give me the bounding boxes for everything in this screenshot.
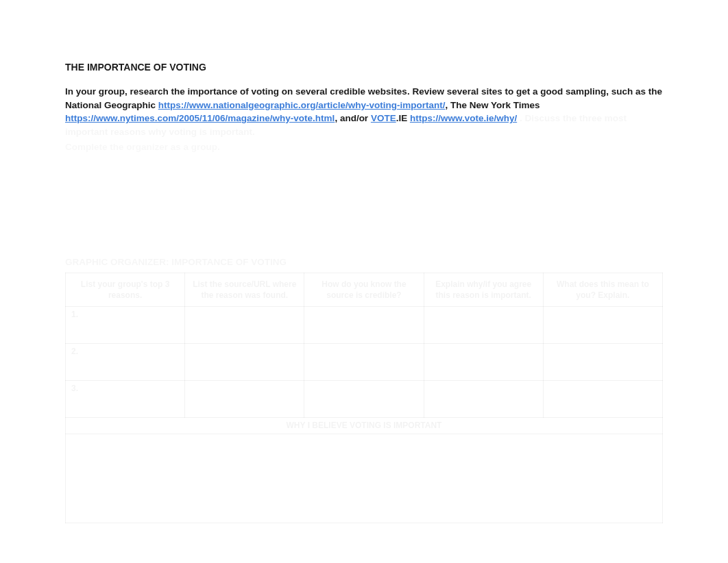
th-agree: Explain why/if you agree this reason is … xyxy=(424,273,543,306)
th-credible: How do you know the source is credible? xyxy=(304,273,424,306)
table-row: 3. xyxy=(66,381,663,418)
footer-heading-cell: WHY I BELIEVE VOTING IS IMPORTANT xyxy=(66,418,663,434)
th-reasons: List your group's top 3 reasons. xyxy=(66,273,185,306)
link-vote-ie[interactable]: https://www.vote.ie/why/ xyxy=(410,113,517,123)
link-nytimes[interactable]: https://www.nytimes.com/2005/11/06/magaz… xyxy=(65,113,335,123)
table-row: 2. xyxy=(66,344,663,381)
cell xyxy=(424,344,543,381)
intro-faded-line2: Complete the organizer as a group. xyxy=(65,140,663,154)
table-footer-entry-row xyxy=(66,434,663,523)
cell-reason-2: 2. xyxy=(66,344,185,381)
organizer-table: List your group's top 3 reasons. List th… xyxy=(65,273,663,523)
cell xyxy=(185,381,304,418)
link-vote-prefix[interactable]: VOTE xyxy=(371,113,396,123)
cell xyxy=(424,307,543,344)
cell-reason-1: 1. xyxy=(66,307,185,344)
cell-reason-3: 3. xyxy=(66,381,185,418)
table-footer-heading-row: WHY I BELIEVE VOTING IS IMPORTANT xyxy=(66,418,663,434)
cell xyxy=(304,381,424,418)
cell xyxy=(543,307,662,344)
th-source: List the source/URL where the reason was… xyxy=(185,273,304,306)
intro-text-3b: .IE xyxy=(396,113,410,123)
intro-text-3: , and/or xyxy=(335,113,371,123)
cell xyxy=(185,307,304,344)
intro-paragraph: In your group, research the importance o… xyxy=(65,85,663,154)
cell xyxy=(543,344,662,381)
cell xyxy=(543,381,662,418)
cell xyxy=(304,344,424,381)
table-section-title: GRAPHIC ORGANIZER: IMPORTANCE OF VOTING xyxy=(65,257,663,267)
th-meaning: What does this mean to you? Explain. xyxy=(543,273,662,306)
section-title: THE IMPORTANCE OF VOTING xyxy=(65,62,663,73)
cell xyxy=(424,381,543,418)
table-row: 1. xyxy=(66,307,663,344)
table-header-row: List your group's top 3 reasons. List th… xyxy=(66,273,663,306)
cell xyxy=(185,344,304,381)
intro-text-2: , The New York Times xyxy=(446,100,540,110)
link-natgeo[interactable]: https://www.nationalgeographic.org/artic… xyxy=(158,100,446,110)
footer-entry-cell xyxy=(66,434,663,523)
cell xyxy=(304,307,424,344)
